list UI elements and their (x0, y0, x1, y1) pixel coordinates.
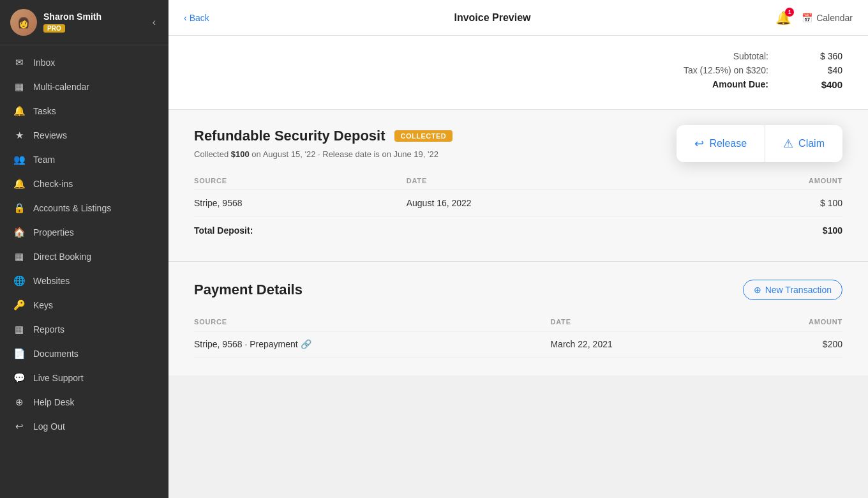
check-ins-icon: 🔔 (13, 178, 26, 190)
back-label: Back (190, 13, 209, 23)
claim-button[interactable]: ⚠ Claim (765, 125, 842, 162)
help-desk-icon: ⊕ (13, 396, 26, 408)
reviews-icon: ★ (13, 130, 26, 141)
notifications-button[interactable]: 🔔 1 (775, 10, 791, 26)
team-icon: 👥 (13, 154, 26, 165)
sidebar-item-properties[interactable]: 🏠 Properties (0, 220, 168, 245)
sidebar-item-label: Keys (33, 300, 53, 310)
avatar: 👩 (10, 9, 37, 36)
user-name: Sharon Smith (43, 11, 144, 22)
deposit-table: SOURCE DATE AMOUNT Stripe, 9568 August 1… (194, 172, 842, 243)
payment-header: Payment Details ⊕ New Transaction (194, 280, 842, 300)
sidebar-item-direct-booking[interactable]: ▦ Direct Booking (0, 245, 168, 269)
deposit-total-value: $100 (693, 216, 842, 244)
deposit-section: ↩ Release ⚠ Claim Refundable Security De… (168, 110, 868, 262)
sidebar-item-team[interactable]: 👥 Team (0, 147, 168, 172)
tax-label: Tax (12.5%) on $320: (638, 65, 779, 75)
subtotal-row: Subtotal: $ 360 (194, 51, 842, 61)
sidebar-item-label: Live Support (33, 373, 84, 383)
log-out-icon: ↩ (13, 421, 26, 432)
claim-icon: ⚠ (783, 137, 793, 151)
sidebar-item-log-out[interactable]: ↩ Log Out (0, 414, 168, 439)
properties-icon: 🏠 (13, 227, 26, 238)
sidebar-item-reviews[interactable]: ★ Reviews (0, 123, 168, 147)
calendar-button[interactable]: 📅 Calendar (802, 13, 853, 23)
topbar-actions: 🔔 1 📅 Calendar (775, 10, 853, 26)
sidebar-item-label: Multi-calendar (33, 82, 89, 92)
sidebar-item-label: Check-ins (33, 179, 73, 189)
sidebar-item-inbox[interactable]: ✉ Inbox (0, 50, 168, 75)
payment-date-col-header: DATE (550, 313, 739, 331)
sidebar-item-reports[interactable]: ▦ Reports (0, 317, 168, 342)
deposit-date: August 16, 2022 (407, 190, 693, 216)
tax-value: $40 (779, 65, 842, 75)
invoice-summary-section: Subtotal: $ 360 Tax (12.5%) on $320: $40… (168, 36, 868, 110)
payment-amount-col-header: AMOUNT (739, 313, 842, 331)
live-support-icon: 💬 (13, 372, 26, 384)
new-transaction-label: New Transaction (765, 285, 832, 295)
sidebar-item-websites[interactable]: 🌐 Websites (0, 269, 168, 293)
notification-badge: 1 (785, 8, 794, 17)
tax-row: Tax (12.5%) on $320: $40 (194, 65, 842, 75)
date-col-header: DATE (407, 172, 693, 190)
sidebar-item-label: Properties (33, 227, 74, 238)
multi-calendar-icon: ▦ (13, 81, 26, 93)
sidebar-item-label: Direct Booking (33, 252, 91, 262)
payment-amount: $200 (739, 331, 842, 358)
back-button[interactable]: ‹ Back (184, 13, 209, 23)
accounts-listings-icon: 🔒 (13, 202, 26, 214)
plus-circle-icon: ⊕ (754, 285, 761, 295)
amount-col-header: AMOUNT (693, 172, 842, 190)
payment-source: Stripe, 9568 · Prepayment 🔗 (194, 331, 550, 358)
deposit-title: Refundable Security Deposit (194, 128, 385, 144)
sidebar-item-label: Documents (33, 349, 79, 359)
subtotal-label: Subtotal: (638, 51, 779, 61)
sidebar-item-check-ins[interactable]: 🔔 Check-ins (0, 172, 168, 196)
release-icon: ↩ (694, 137, 704, 151)
sidebar-item-label: Reviews (33, 130, 67, 140)
tasks-icon: 🔔 (13, 105, 26, 117)
collapse-sidebar-button[interactable]: ‹ (150, 14, 158, 31)
sidebar-item-label: Tasks (33, 106, 56, 116)
sidebar-item-live-support[interactable]: 💬 Live Support (0, 366, 168, 390)
sidebar-item-keys[interactable]: 🔑 Keys (0, 293, 168, 317)
topbar: ‹ Back Invoice Preview 🔔 1 📅 Calendar (168, 0, 868, 36)
new-transaction-button[interactable]: ⊕ New Transaction (743, 280, 842, 300)
sidebar-item-label: Team (33, 155, 55, 165)
sidebar-item-tasks[interactable]: 🔔 Tasks (0, 99, 168, 123)
payment-source-col-header: SOURCE (194, 313, 550, 331)
deposit-total-row: Total Deposit: $100 (194, 216, 842, 244)
main-content: ‹ Back Invoice Preview 🔔 1 📅 Calendar Su… (168, 0, 868, 498)
amount-due-row: Amount Due: $400 (194, 79, 842, 90)
sidebar-nav: ✉ Inbox ▦ Multi-calendar 🔔 Tasks ★ Revie… (0, 45, 168, 498)
deposit-source: Stripe, 9568 (194, 190, 407, 216)
keys-icon: 🔑 (13, 299, 26, 311)
user-badge: PRO (43, 24, 65, 33)
payment-details-section: Payment Details ⊕ New Transaction SOURCE… (168, 262, 868, 375)
sidebar-item-label: Log Out (33, 421, 65, 432)
source-col-header: SOURCE (194, 172, 407, 190)
websites-icon: 🌐 (13, 275, 26, 287)
collected-amount: $100 (231, 149, 250, 159)
sidebar-item-label: Inbox (33, 57, 55, 68)
claim-label: Claim (798, 138, 825, 149)
release-button[interactable]: ↩ Release (677, 125, 765, 162)
table-row: Stripe, 9568 · Prepayment 🔗 March 22, 20… (194, 331, 842, 358)
amount-due-value: $400 (779, 79, 842, 90)
page-title: Invoice Preview (209, 12, 775, 24)
collected-badge: COLLECTED (394, 130, 453, 142)
sidebar-item-multi-calendar[interactable]: ▦ Multi-calendar (0, 75, 168, 99)
back-chevron-icon: ‹ (184, 13, 187, 23)
direct-booking-icon: ▦ (13, 251, 26, 262)
sidebar-item-label: Reports (33, 324, 64, 335)
calendar-icon: 📅 (802, 13, 812, 23)
sidebar-item-label: Accounts & Listings (33, 203, 111, 213)
sidebar-item-documents[interactable]: 📄 Documents (0, 342, 168, 366)
release-label: Release (709, 138, 747, 149)
amount-due-label: Amount Due: (638, 79, 779, 90)
sidebar-item-accounts-listings[interactable]: 🔒 Accounts & Listings (0, 196, 168, 220)
sidebar-item-help-desk[interactable]: ⊕ Help Desk (0, 390, 168, 414)
inbox-icon: ✉ (13, 57, 26, 68)
sidebar-item-label: Websites (33, 276, 70, 286)
deposit-total-label: Total Deposit: (194, 216, 693, 244)
